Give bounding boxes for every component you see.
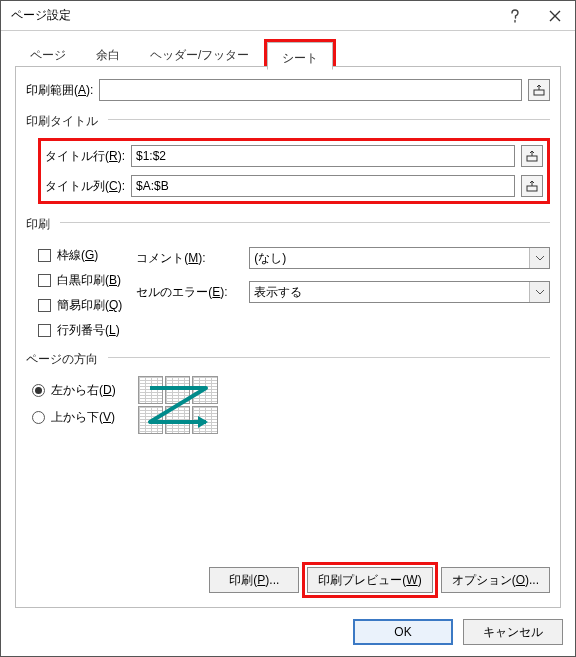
title-row-input[interactable]: $1:$2 [131, 145, 515, 167]
content-area: ページ 余白 ヘッダー/フッター シート 印刷範囲(A): 印刷タイトル [1, 31, 575, 608]
top-to-bottom-radio[interactable]: 上から下(V) [32, 409, 116, 426]
pr-key: P [257, 573, 265, 587]
print-right-column: コメント(M): (なし) セルのエラー(E): 表示する [136, 243, 550, 339]
errors-label: セルのエラー(E): [136, 284, 241, 301]
print-button[interactable]: 印刷(P)... [209, 567, 299, 593]
tc-key: C [109, 179, 118, 193]
title-col-range-button[interactable] [521, 175, 543, 197]
chevron-down-icon [529, 282, 549, 302]
pv-pre: 印刷プレビュー( [318, 572, 406, 589]
rowcol-checkbox[interactable]: 行列番号(L) [38, 322, 122, 339]
checkbox-icon [38, 274, 51, 287]
td-key: V [103, 410, 111, 424]
checkbox-icon [38, 324, 51, 337]
er-post: ): [220, 285, 227, 299]
title-row-range-button[interactable] [521, 145, 543, 167]
comments-row: コメント(M): (なし) [136, 247, 550, 269]
mini-sheet-icon [165, 376, 190, 404]
tab-sheet[interactable]: シート [267, 42, 333, 70]
pv-key: W [406, 573, 417, 587]
left-to-right-radio[interactable]: 左から右(D) [32, 382, 116, 399]
svg-rect-2 [527, 186, 537, 191]
pa-key: A [78, 83, 86, 97]
pa-post: ): [86, 83, 93, 97]
cm-key: M [188, 251, 198, 265]
direction-group: ページの方向 [26, 347, 550, 368]
print-area-label: 印刷範囲(A): [26, 82, 93, 99]
checkbox-icon [38, 299, 51, 312]
cm-pre: コメント( [136, 251, 188, 265]
radio-icon [32, 384, 45, 397]
dialog-footer: OK キャンセル [1, 608, 575, 656]
comments-value: (なし) [254, 250, 286, 267]
direction-radios: 左から右(D) 上から下(V) [32, 376, 116, 426]
print-section: 枠線(G) 白黒印刷(B) 簡易印刷(Q) 行列番号(L) [26, 243, 550, 339]
mini-sheet-icon [138, 376, 163, 404]
direction-label: ページの方向 [26, 351, 98, 368]
gl-post: ) [94, 248, 98, 262]
print-group-label: 印刷 [26, 216, 50, 233]
tr-key: R [109, 149, 118, 163]
pa-pre: 印刷範囲( [26, 83, 78, 97]
print-area-range-button[interactable] [528, 79, 550, 101]
print-preview-button[interactable]: 印刷プレビュー(W) [307, 567, 432, 593]
title-row-label: タイトル行(R): [45, 148, 125, 165]
blackwhite-checkbox[interactable]: 白黒印刷(B) [38, 272, 122, 289]
rc-pre: 行列番号( [57, 323, 109, 337]
help-button[interactable] [495, 1, 535, 31]
inner-buttons: 印刷(P)... 印刷プレビュー(W) オプション(O)... [26, 559, 550, 597]
dq-key: Q [109, 298, 118, 312]
op-post: )... [525, 573, 539, 587]
title-col-row: タイトル列(C): $A:$B [45, 175, 543, 197]
title-col-label: タイトル列(C): [45, 178, 125, 195]
rc-key: L [109, 323, 116, 337]
ok-button[interactable]: OK [353, 619, 453, 645]
tab-headerfooter[interactable]: ヘッダー/フッター [135, 39, 264, 67]
print-area-input[interactable] [99, 79, 522, 101]
lr-key: D [103, 383, 112, 397]
comments-select[interactable]: (なし) [249, 247, 550, 269]
tr-pre: タイトル行( [45, 149, 109, 163]
op-pre: オプション( [452, 572, 516, 589]
cancel-button[interactable]: キャンセル [463, 619, 563, 645]
bw-post: ) [117, 273, 121, 287]
tc-post: ): [118, 179, 125, 193]
pr-post: )... [265, 573, 279, 587]
title-row-row: タイトル行(R): $1:$2 [45, 145, 543, 167]
close-button[interactable] [535, 1, 575, 31]
draft-checkbox[interactable]: 簡易印刷(Q) [38, 297, 122, 314]
tab-page[interactable]: ページ [15, 39, 81, 67]
dq-post: ) [118, 298, 122, 312]
td-post: ) [111, 410, 115, 424]
errors-row: セルのエラー(E): 表示する [136, 281, 550, 303]
print-group: 印刷 [26, 212, 550, 233]
gl-key: G [85, 248, 94, 262]
pr-pre: 印刷( [229, 572, 257, 589]
print-check-column: 枠線(G) 白黒印刷(B) 簡易印刷(Q) 行列番号(L) [26, 243, 122, 339]
print-titles-group: 印刷タイトル [26, 109, 550, 130]
dq-pre: 簡易印刷( [57, 298, 109, 312]
tc-pre: タイトル列( [45, 179, 109, 193]
gl-pre: 枠線( [57, 248, 85, 262]
comments-label: コメント(M): [136, 250, 241, 267]
dialog-title: ページ設定 [11, 7, 495, 24]
page-setup-dialog: ページ設定 ページ 余白 ヘッダー/フッター シート 印刷範囲(A): [0, 0, 576, 657]
bw-pre: 白黒印刷( [57, 273, 109, 287]
direction-illustration [138, 376, 218, 434]
title-col-input[interactable]: $A:$B [131, 175, 515, 197]
sheet-panel: 印刷範囲(A): 印刷タイトル タイトル行(R): $1:$2 [15, 67, 561, 608]
svg-rect-1 [527, 156, 537, 161]
highlight-title-fields: タイトル行(R): $1:$2 タイトル列(C): $A:$B [38, 138, 550, 204]
errors-select[interactable]: 表示する [249, 281, 550, 303]
tab-margins[interactable]: 余白 [81, 39, 135, 67]
rc-post: ) [116, 323, 120, 337]
errors-value: 表示する [254, 284, 302, 301]
gridlines-checkbox[interactable]: 枠線(G) [38, 247, 122, 264]
print-area-row: 印刷範囲(A): [26, 79, 550, 101]
titlebar: ページ設定 [1, 1, 575, 31]
tab-strip: ページ 余白 ヘッダー/フッター シート [15, 39, 561, 67]
lr-post: ) [112, 383, 116, 397]
options-button[interactable]: オプション(O)... [441, 567, 550, 593]
direction-section: 左から右(D) 上から下(V) [26, 376, 550, 434]
checkbox-icon [38, 249, 51, 262]
